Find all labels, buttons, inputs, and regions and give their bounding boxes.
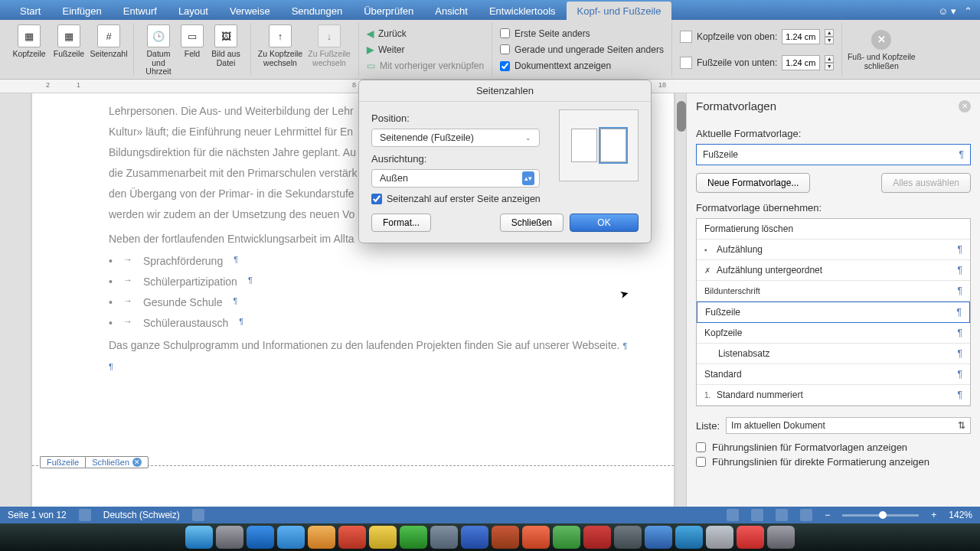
zoom-value[interactable]: 142%: [949, 510, 972, 520]
body-text: Das ganze Schulprogramm und Informatione…: [109, 339, 619, 351]
tab-ueberpruefen[interactable]: Überprüfen: [353, 2, 424, 20]
picture-button[interactable]: 🖼Bild aus Datei: [206, 23, 246, 78]
close-icon[interactable]: ✕: [132, 458, 142, 467]
close-dialog-button[interactable]: Schließen: [500, 214, 564, 232]
style-item-standard[interactable]: Standard¶: [697, 364, 970, 385]
dock-powerpoint-icon[interactable]: [492, 526, 519, 549]
dock-app-icon[interactable]: [675, 526, 703, 549]
chk-guides-direct[interactable]: Führungslinien für direkte Formatierung …: [696, 456, 971, 468]
tab-verweise[interactable]: Verweise: [219, 2, 281, 20]
smiley-icon[interactable]: ☺ ▾: [938, 5, 956, 17]
dock-app-icon[interactable]: [614, 526, 642, 549]
close-header-footer-button[interactable]: ✕: [871, 30, 891, 50]
chk-doc-text[interactable]: Dokumenttext anzeigen: [500, 60, 611, 71]
zoom-out[interactable]: −: [825, 510, 830, 520]
dock-mail-icon[interactable]: [277, 526, 305, 549]
select-all-button: Alles auswählen: [881, 173, 971, 193]
macro-icon[interactable]: [192, 509, 204, 521]
style-item-clear[interactable]: Formatierung löschen: [697, 219, 970, 240]
vertical-scrollbar[interactable]: [677, 101, 686, 132]
dock-app-icon[interactable]: [706, 526, 733, 549]
current-style-box[interactable]: Fußzeile¶: [696, 144, 971, 165]
page-number-button[interactable]: #Seitenzahl: [89, 23, 129, 60]
ribbon-tabs: Start Einfügen Entwurf Layout Verweise S…: [0, 0, 980, 20]
status-bar: Seite 1 von 12 Deutsch (Schweiz) − + 142…: [0, 507, 980, 523]
word-count-icon[interactable]: [79, 509, 91, 521]
body-text: Bildungsdirektion für die nächsten Jahre…: [109, 146, 356, 158]
dock-trash-icon[interactable]: [767, 526, 795, 549]
tab-ansicht[interactable]: Ansicht: [424, 2, 479, 20]
style-item-bullet[interactable]: ▪Aufzählung¶: [697, 240, 970, 260]
date-time-button[interactable]: 🕒Datum und Uhrzeit: [139, 23, 178, 78]
style-item-header[interactable]: Kopfzeile¶: [697, 323, 970, 344]
dock-settings-icon[interactable]: [216, 526, 243, 549]
footer-bottom-spinner[interactable]: Fußzeile von unten:▲▼: [680, 55, 834, 70]
chk-first-page[interactable]: Erste Seite anders: [500, 28, 590, 39]
format-button[interactable]: Format...: [371, 214, 431, 232]
list-item: • → Sprachförderung ¶: [109, 253, 628, 270]
dock-app-icon[interactable]: [522, 526, 550, 549]
dock-app-icon[interactable]: [308, 526, 335, 549]
view-draft-icon[interactable]: [800, 509, 812, 521]
zoom-in[interactable]: +: [931, 510, 936, 520]
chk-guides-styles[interactable]: Führungslinien für Formatvorlagen anzeig…: [696, 442, 971, 453]
new-style-button[interactable]: Neue Formatvorlage...: [696, 173, 810, 193]
dock-app-icon[interactable]: [645, 526, 672, 549]
view-web-icon[interactable]: [751, 509, 763, 521]
dock-app-icon[interactable]: [737, 526, 764, 549]
apply-style-label: Formatvorlage übernehmen:: [696, 202, 971, 214]
dock-preview-icon[interactable]: [430, 526, 458, 549]
body-text: Neben der fortlaufenden Entwicklungsarbe…: [109, 233, 354, 245]
style-item-standard-num[interactable]: 1.Standard nummeriert¶: [697, 385, 970, 406]
tab-start[interactable]: Start: [9, 2, 51, 20]
language-status[interactable]: Deutsch (Schweiz): [103, 510, 180, 520]
view-print-icon[interactable]: [727, 509, 739, 521]
dock-app-icon[interactable]: [583, 526, 611, 549]
tab-sendungen[interactable]: Sendungen: [281, 2, 354, 20]
dialog-preview: [559, 109, 639, 181]
nav-forward[interactable]: ▶Weiter: [367, 44, 404, 55]
close-styles-icon[interactable]: ✕: [959, 100, 971, 112]
nav-back[interactable]: ◀Zurück: [367, 28, 407, 39]
style-item-caption[interactable]: Bildunterschrift¶: [697, 281, 970, 302]
dock-finder-icon[interactable]: [185, 526, 213, 549]
tab-header-footer[interactable]: Kopf- und Fußzeile: [567, 2, 672, 20]
alignment-select[interactable]: Außen▴▾: [371, 169, 540, 187]
position-select[interactable]: Seitenende (Fußzeile)⌄: [371, 129, 540, 147]
body-text: den Übergang von der Primar- in die Seku…: [109, 187, 354, 200]
list-select[interactable]: Im aktuellen Dokument⇅: [726, 417, 971, 434]
dock-excel-icon[interactable]: [553, 526, 580, 549]
dialog-title: Seitenzahlen: [359, 80, 651, 102]
tab-einfuegen[interactable]: Einfügen: [51, 2, 112, 20]
footer-button[interactable]: ▦Fußzeile: [49, 23, 89, 60]
dock-calendar-icon[interactable]: [338, 526, 366, 549]
zoom-slider[interactable]: [842, 514, 919, 517]
dock-word-icon[interactable]: [461, 526, 488, 549]
macos-dock: [0, 523, 980, 551]
dock-numbers-icon[interactable]: [400, 526, 427, 549]
style-item-footer[interactable]: Fußzeile¶: [697, 302, 970, 323]
field-button[interactable]: ▭Feld: [178, 23, 206, 78]
header-button[interactable]: ▦Kopfzeile: [9, 23, 49, 60]
footer-tab-label: Fußzeile: [40, 456, 85, 468]
view-outline-icon[interactable]: [776, 509, 788, 521]
collapse-ribbon-icon[interactable]: ⌃: [964, 5, 972, 17]
dock-notes-icon[interactable]: [369, 526, 397, 549]
ribbon-toolbar: ▦Kopfzeile ▦Fußzeile #Seitenzahl 🕒Datum …: [0, 20, 980, 80]
header-top-spinner[interactable]: Kopfzeile von oben:▲▼: [680, 29, 834, 44]
tab-entwurf[interactable]: Entwurf: [113, 2, 168, 20]
body-text: Lehrpersonen. Die Aus- und Weiterbildung…: [109, 105, 354, 117]
close-hf-label: Fuß- und Kopfzeile schließen: [847, 52, 916, 70]
tab-layout[interactable]: Layout: [168, 2, 219, 20]
ok-button[interactable]: OK: [570, 214, 639, 232]
footer-close-tab[interactable]: Schließen✕: [85, 456, 149, 468]
style-item-bullet-sub[interactable]: ✗Aufzählung untergeordnet¶: [697, 260, 970, 281]
style-item-listpara[interactable]: Listenabsatz¶: [697, 344, 970, 364]
goto-header-button[interactable]: ↑Zu Kopfzeile wechseln: [256, 23, 305, 69]
chk-odd-even[interactable]: Gerade und ungerade Seiten anders: [500, 44, 664, 55]
page-status[interactable]: Seite 1 von 12: [8, 510, 67, 520]
chk-first-page-number[interactable]: Seitenzahl auf erster Seite anzeigen: [371, 194, 639, 204]
tab-entwicklertools[interactable]: Entwicklertools: [479, 2, 567, 20]
goto-footer-button: ↓Zu Fußzeile wechseln: [305, 23, 354, 69]
dock-safari-icon[interactable]: [247, 526, 274, 549]
